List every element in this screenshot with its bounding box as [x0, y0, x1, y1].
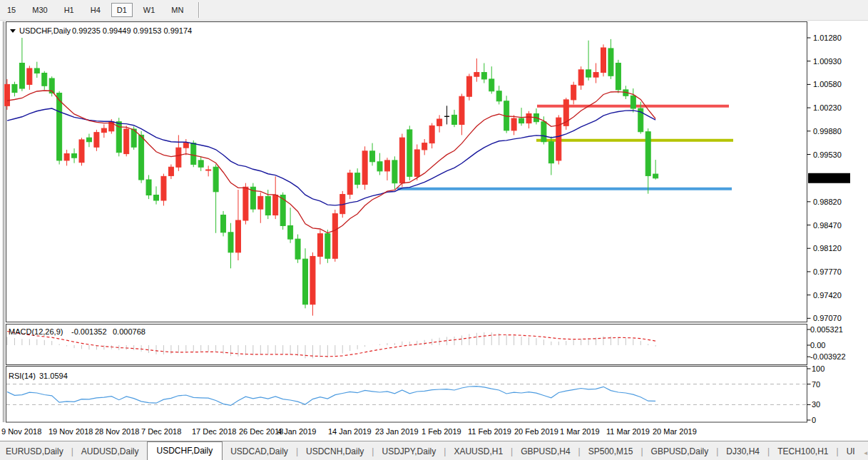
chart-dropdown-icon[interactable] [10, 29, 16, 33]
svg-text:30: 30 [812, 400, 820, 409]
ma-fast-line [7, 91, 655, 233]
svg-text:0.98470: 0.98470 [813, 221, 842, 230]
tab-scroll-left-icon[interactable]: ◄ [863, 450, 868, 456]
tab-xauusd-h1[interactable]: XAUUSD,H1 [446, 443, 511, 460]
timeframe-toolbar: 15M30H1H4D1W1MN [0, 0, 868, 21]
price-axis[interactable]: 1.012801.009301.005801.002300.998800.995… [807, 34, 851, 424]
svg-text:1.00230: 1.00230 [813, 103, 842, 112]
svg-text:4 Jan 2019: 4 Jan 2019 [277, 427, 316, 436]
tab-gbpusd-h4[interactable]: GBPUSD,H4 [513, 443, 578, 460]
svg-text:0.99174: 0.99174 [811, 174, 839, 183]
macd-signal-value: 0.000768 [113, 327, 145, 336]
timeframe-button-15[interactable]: 15 [1, 3, 21, 17]
date-axis[interactable]: 9 Nov 201819 Nov 201828 Nov 20187 Dec 20… [1, 427, 697, 436]
svg-text:1 Mar 2019: 1 Mar 2019 [560, 427, 600, 436]
svg-text:19 Nov 2018: 19 Nov 2018 [48, 427, 93, 436]
svg-text:-0.003922: -0.003922 [810, 352, 846, 361]
svg-text:11 Feb 2019: 11 Feb 2019 [468, 427, 511, 436]
svg-text:70: 70 [812, 380, 820, 389]
svg-text:9 Nov 2018: 9 Nov 2018 [1, 427, 41, 436]
timeframe-button-h4[interactable]: H4 [85, 3, 106, 17]
svg-text:0.98120: 0.98120 [813, 244, 842, 252]
symbol-tab-bar: EURUSD,Daily|AUDUSD,DailyUSDCHF,DailyUSD… [0, 441, 868, 460]
svg-text:23 Jan 2019: 23 Jan 2019 [375, 427, 419, 436]
chart-canvas[interactable]: 1.012801.009301.005801.002300.998800.995… [0, 20, 868, 441]
tab-scroll-arrows: ◄► [863, 450, 868, 460]
tab-tech100-h1[interactable]: TECH100,H1 [770, 443, 836, 460]
tab-dj30-h4[interactable]: DJ30,H4 [718, 443, 767, 460]
svg-text:1.00580: 1.00580 [813, 80, 842, 88]
svg-text:0.98820: 0.98820 [813, 198, 842, 206]
tab-ui[interactable]: UI [839, 443, 863, 460]
tab-usdcad-daily[interactable]: USDCAD,Daily [223, 443, 296, 460]
svg-text:0.00: 0.00 [810, 341, 825, 349]
svg-text:7 Dec 2018: 7 Dec 2018 [141, 427, 181, 436]
svg-text:28 Nov 2018: 28 Nov 2018 [95, 427, 139, 436]
timeframe-button-w1[interactable]: W1 [138, 3, 161, 17]
tab-audusd-daily[interactable]: AUDUSD,Daily [73, 443, 147, 460]
svg-text:17 Dec 2018: 17 Dec 2018 [192, 427, 236, 436]
toolbar-separator [198, 2, 200, 18]
svg-text:0.99880: 0.99880 [813, 127, 842, 136]
tab-sp500-m15[interactable]: SP500,M15 [581, 443, 641, 460]
timeframe-button-mn[interactable]: MN [165, 3, 189, 17]
chart-title-symbol: USDCHF,Daily [19, 26, 71, 35]
svg-text:0.97770: 0.97770 [813, 267, 842, 276]
svg-text:0.97420: 0.97420 [813, 291, 842, 300]
rsi-line [7, 387, 655, 406]
tab-usdcnh-daily[interactable]: USDCNH,Daily [298, 443, 372, 460]
rsi-label: RSI(14) [9, 372, 36, 380]
svg-text:20 Feb 2019: 20 Feb 2019 [514, 427, 558, 436]
chart-title-ohlc: 0.99235 0.99449 0.99153 0.99174 [72, 26, 192, 35]
tab-eurusd-daily[interactable]: EURUSD,Daily [0, 443, 71, 460]
timeframe-button-m30[interactable]: M30 [26, 3, 53, 17]
svg-text:1.01280: 1.01280 [813, 34, 842, 42]
svg-text:0.99530: 0.99530 [813, 150, 842, 159]
rsi-value: 31.0594 [39, 372, 68, 380]
timeframe-button-h1[interactable]: H1 [58, 3, 80, 17]
svg-text:0.005321: 0.005321 [810, 325, 843, 334]
macd-label: MACD(12,26,9) [9, 327, 63, 336]
svg-text:100: 100 [812, 364, 824, 373]
svg-text:0: 0 [812, 416, 816, 424]
svg-text:20 Mar 2019: 20 Mar 2019 [653, 427, 697, 436]
svg-text:0.97070: 0.97070 [813, 314, 842, 322]
svg-text:14 Jan 2019: 14 Jan 2019 [328, 427, 372, 436]
svg-text:1 Feb 2019: 1 Feb 2019 [422, 427, 461, 436]
macd-value: -0.001352 [71, 327, 107, 336]
rsi-indicator [6, 384, 807, 406]
trading-platform-window: 15M30H1H4D1W1MN 1.012801.009301.005801.0… [0, 0, 868, 460]
timeframe-button-d1[interactable]: D1 [111, 3, 133, 17]
candlesticks [5, 38, 658, 316]
tab-usdjpy-daily[interactable]: USDJPY,Daily [374, 443, 444, 460]
tab-gbpusd-daily[interactable]: GBPUSD,Daily [643, 443, 717, 460]
svg-text:1.00930: 1.00930 [813, 57, 842, 66]
moving-averages [7, 91, 655, 233]
tab-usdchf-daily[interactable]: USDCHF,Daily [147, 441, 223, 460]
svg-text:11 Mar 2019: 11 Mar 2019 [606, 427, 650, 436]
panel-borders [4, 21, 807, 422]
